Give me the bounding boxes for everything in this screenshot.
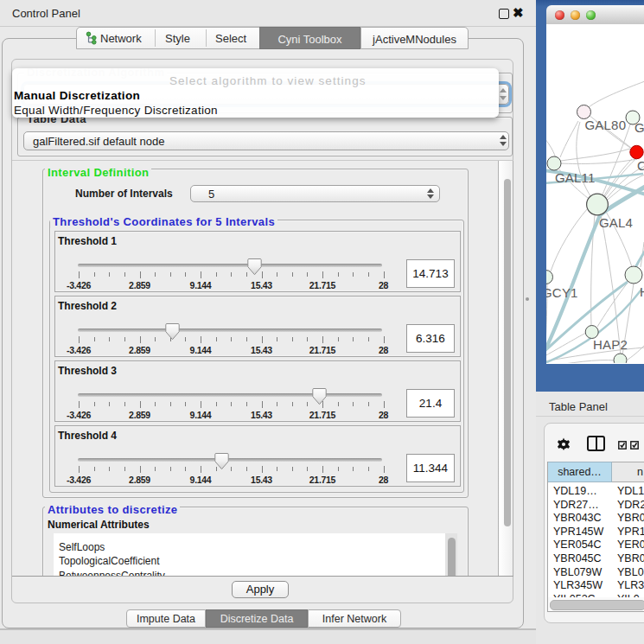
svg-text:GA: GA: [634, 120, 644, 135]
svg-text:C: C: [637, 158, 644, 173]
svg-text:GAL11: GAL11: [555, 170, 596, 185]
svg-text:GAL80: GAL80: [585, 118, 627, 132]
svg-text:GCY1: GCY1: [546, 285, 578, 300]
svg-text:HAP2: HAP2: [593, 337, 628, 352]
svg-text:GAL4: GAL4: [599, 215, 633, 230]
svg-text:H: H: [640, 284, 644, 299]
